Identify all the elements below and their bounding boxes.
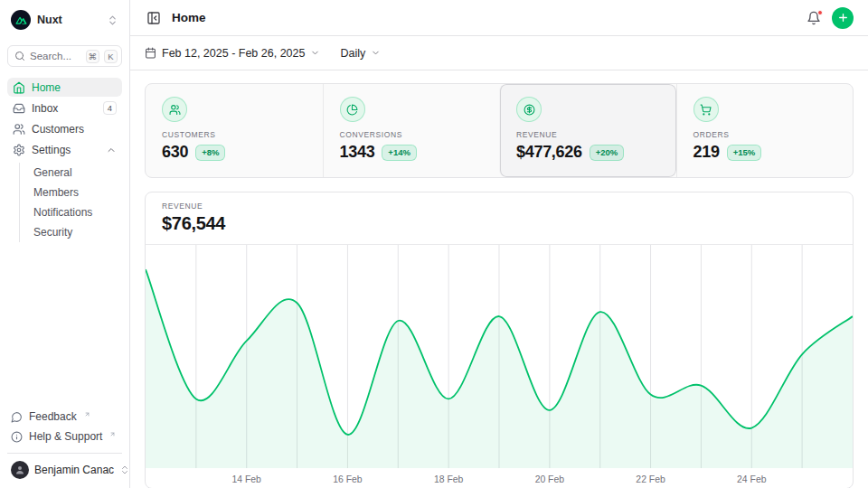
toolbar: Feb 12, 2025 - Feb 26, 2025 Daily xyxy=(130,36,868,70)
revenue-area-chart[interactable]: 14 Feb16 Feb18 Feb20 Feb22 Feb24 Feb xyxy=(146,245,853,488)
home-icon xyxy=(13,81,25,94)
svg-text:14 Feb: 14 Feb xyxy=(232,474,262,484)
sidebar-item-customers[interactable]: Customers xyxy=(7,119,122,138)
chart-metric-value: $76,544 xyxy=(162,213,836,234)
sidebar-item-home[interactable]: Home xyxy=(7,78,122,97)
app: Nuxt Search... ⌘ K Home xyxy=(0,0,868,488)
user-name: Benjamin Canac xyxy=(34,464,114,476)
users-icon xyxy=(162,97,187,122)
sidebar-item-label: Home xyxy=(32,81,117,94)
chevron-down-icon xyxy=(371,48,381,58)
inbox-icon xyxy=(13,102,25,115)
stat-value: 630 xyxy=(162,143,188,162)
avatar xyxy=(11,461,29,479)
message-circle-icon xyxy=(11,411,23,423)
stat-customers[interactable]: CUSTOMERS 630 +8% xyxy=(146,84,323,177)
sidebar-item-inbox[interactable]: Inbox 4 xyxy=(7,99,122,117)
sidebar-nav: Home Inbox 4 Customers Settings xyxy=(7,78,122,242)
stat-label: REVENUE xyxy=(516,130,660,139)
workspace-name: Nuxt xyxy=(37,14,100,26)
sidebar-item-members[interactable]: Members xyxy=(20,183,122,202)
page-title: Home xyxy=(172,11,796,24)
kbd-meta: ⌘ xyxy=(86,50,100,63)
stat-label: CUSTOMERS xyxy=(162,130,307,139)
chart-metric-label: REVENUE xyxy=(162,202,836,211)
stat-label: ORDERS xyxy=(693,130,837,139)
stat-value: $477,626 xyxy=(516,143,582,162)
main-panel: Home Feb 12, 2025 - Feb 26, 2025 Daily xyxy=(130,0,868,488)
workspace-switcher[interactable]: Nuxt xyxy=(7,7,122,33)
sidebar: Nuxt Search... ⌘ K Home xyxy=(0,0,130,488)
stat-conversions[interactable]: CONVERSIONS 1343 +14% xyxy=(323,84,500,177)
external-link-icon xyxy=(109,431,116,437)
sidebar-item-security[interactable]: Security xyxy=(20,222,122,242)
settings-subnav: General Members Notifications Security xyxy=(19,163,122,242)
panel-left-close-icon xyxy=(146,11,161,25)
sidebar-item-general[interactable]: General xyxy=(20,163,122,183)
kbd-k: K xyxy=(104,50,118,63)
stat-value: 1343 xyxy=(340,143,375,162)
period-select[interactable]: Daily xyxy=(340,47,381,60)
feedback-label: Feedback xyxy=(29,410,77,423)
sidebar-spacer xyxy=(7,242,122,407)
calendar-icon xyxy=(145,47,156,59)
chevron-down-icon xyxy=(310,48,320,58)
nuxt-logo-icon xyxy=(11,10,31,30)
search-icon xyxy=(14,51,25,61)
svg-text:16 Feb: 16 Feb xyxy=(333,474,363,484)
svg-text:24 Feb: 24 Feb xyxy=(737,474,767,484)
feedback-link[interactable]: Feedback xyxy=(7,407,122,427)
search-placeholder: Search... xyxy=(30,51,81,61)
stat-value: 219 xyxy=(693,143,720,162)
stat-revenue[interactable]: REVENUE $477,626 +20% xyxy=(499,84,676,177)
period-label: Daily xyxy=(340,47,365,60)
gear-icon xyxy=(13,144,25,156)
pie-chart-icon xyxy=(340,97,365,122)
plus-icon xyxy=(837,12,849,23)
notification-dot xyxy=(817,10,823,15)
chevron-up-icon xyxy=(106,145,117,155)
cart-icon xyxy=(693,97,719,122)
help-support-label: Help & Support xyxy=(29,430,102,443)
chevrons-up-down-icon xyxy=(107,14,118,26)
external-link-icon xyxy=(84,411,90,418)
chart-header: REVENUE $76,544 xyxy=(146,192,853,245)
sidebar-item-label: Inbox xyxy=(32,102,97,115)
search-input[interactable]: Search... ⌘ K xyxy=(7,45,122,67)
inbox-count-badge: 4 xyxy=(103,101,117,115)
svg-text:22 Feb: 22 Feb xyxy=(636,474,665,484)
header: Home xyxy=(130,0,868,36)
date-range-picker[interactable]: Feb 12, 2025 - Feb 26, 2025 xyxy=(145,47,320,60)
delta-badge: +8% xyxy=(195,145,225,161)
sidebar-item-label: Settings xyxy=(32,144,99,156)
user-menu[interactable]: Benjamin Canac xyxy=(7,453,122,481)
svg-text:20 Feb: 20 Feb xyxy=(535,474,565,484)
users-icon xyxy=(13,123,25,136)
stat-label: CONVERSIONS xyxy=(340,130,484,139)
help-support-link[interactable]: Help & Support xyxy=(7,427,122,446)
revenue-chart-card: REVENUE $76,544 14 Feb16 Feb18 Feb20 Feb… xyxy=(145,192,854,488)
sidebar-item-label: Customers xyxy=(32,123,117,136)
content: CUSTOMERS 630 +8% CONVERSIONS 1343 +14% xyxy=(130,70,868,488)
delta-badge: +15% xyxy=(727,145,762,161)
date-range-label: Feb 12, 2025 - Feb 26, 2025 xyxy=(162,47,305,60)
delta-badge: +14% xyxy=(382,145,417,161)
sidebar-item-notifications[interactable]: Notifications xyxy=(20,202,122,222)
add-button[interactable] xyxy=(832,7,854,29)
chevrons-up-down-icon xyxy=(119,465,130,475)
dollar-circle-icon xyxy=(516,97,542,122)
sidebar-item-settings[interactable]: Settings xyxy=(7,140,122,159)
notifications-button[interactable] xyxy=(805,9,823,27)
stat-orders[interactable]: ORDERS 219 +15% xyxy=(676,84,854,177)
collapse-sidebar-button[interactable] xyxy=(145,9,163,27)
svg-text:18 Feb: 18 Feb xyxy=(434,474,464,484)
delta-badge: +20% xyxy=(590,145,625,161)
info-circle-icon xyxy=(11,431,23,443)
stats-grid: CUSTOMERS 630 +8% CONVERSIONS 1343 +14% xyxy=(145,83,854,178)
